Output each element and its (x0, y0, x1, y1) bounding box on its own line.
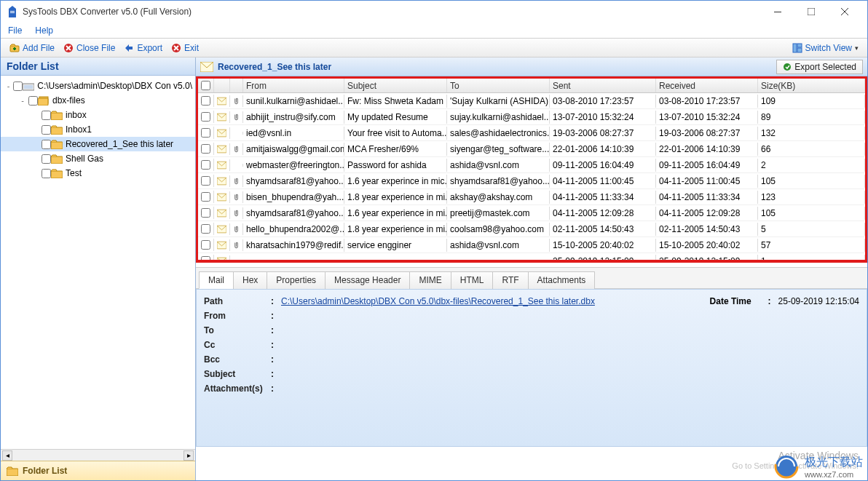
expander-icon[interactable]: - (18, 96, 27, 105)
cell-received: 13-07-2010 15:32:24 (656, 111, 758, 124)
tree-checkbox[interactable] (13, 82, 23, 91)
svg-rect-1 (808, 8, 815, 15)
cell-to: ashida@vsnl.com (447, 239, 550, 252)
cell-received: 19-03-2006 08:27:37 (656, 127, 758, 140)
tab-mime[interactable]: MIME (409, 271, 451, 289)
add-file-button[interactable]: Add File (5, 41, 59, 55)
select-all-checkbox[interactable] (201, 81, 210, 90)
svg-rect-17 (7, 469, 18, 476)
row-checkbox[interactable] (201, 240, 210, 250)
expander-icon[interactable] (31, 140, 40, 148)
table-body[interactable]: sunil.kulkarni@ashidael...Fw: Miss Shwet… (198, 93, 865, 260)
tab-message-header[interactable]: Message Header (325, 271, 410, 289)
row-checkbox[interactable] (201, 256, 210, 260)
tree-checkbox[interactable] (28, 96, 38, 106)
expander-icon[interactable] (31, 169, 40, 178)
exit-button[interactable]: Exit (167, 41, 203, 55)
cell-received: 25-09-2019 12:15:09 (656, 255, 758, 261)
expander-icon[interactable] (31, 125, 40, 134)
tree-node[interactable]: Recovered_1_See this later (1, 137, 195, 151)
tab-properties[interactable]: Properties (267, 271, 326, 289)
tab-attachments[interactable]: Attachments (528, 271, 596, 289)
tab-hex[interactable]: Hex (233, 271, 267, 289)
tree-checkbox[interactable] (42, 125, 51, 135)
tree-label: dbx-files (52, 95, 85, 106)
tab-mail[interactable]: Mail (199, 271, 234, 289)
folder-icon (51, 169, 63, 178)
tree-checkbox[interactable] (42, 140, 51, 149)
tree-checkbox[interactable] (42, 111, 51, 120)
table-row[interactable]: hello_bhupendra2002@...1.8 year experien… (198, 221, 865, 237)
cell-size: 89 (758, 111, 865, 124)
folder-icon (23, 82, 34, 91)
table-row[interactable]: ied@vsnl.inYour free visit to Automa...s… (198, 125, 865, 141)
row-checkbox[interactable] (201, 96, 210, 106)
tree-node[interactable]: -C:\Users\admin\Desktop\DBX Con v5.0\ (1, 79, 195, 93)
path-link[interactable]: C:\Users\admin\Desktop\DBX Con v5.0\dbx-… (281, 296, 595, 306)
table-row[interactable]: abhijit_instru@sify.comMy updated Resume… (198, 109, 865, 125)
tab-rtf[interactable]: RTF (492, 271, 528, 289)
scroll-left-icon[interactable]: ◂ (2, 450, 12, 461)
row-checkbox[interactable] (201, 192, 210, 202)
table-row[interactable]: sunil.kulkarni@ashidael...Fw: Miss Shwet… (198, 93, 865, 109)
export-icon (124, 43, 134, 53)
tree-node[interactable]: inbox (1, 108, 195, 122)
app-icon (7, 6, 18, 17)
tab-html[interactable]: HTML (451, 271, 494, 289)
tree-checkbox[interactable] (42, 154, 51, 164)
expander-icon[interactable] (31, 154, 40, 163)
col-from[interactable]: From (243, 79, 344, 92)
row-checkbox[interactable] (201, 160, 210, 170)
expander-icon[interactable] (31, 111, 40, 119)
row-checkbox[interactable] (201, 176, 210, 186)
table-row[interactable]: kharatsachin1979@redif...service enggine… (198, 237, 865, 253)
cell-sent: 04-11-2005 12:09:28 (550, 207, 656, 220)
menu-help[interactable]: Help (35, 25, 53, 36)
minimize-button[interactable] (761, 1, 794, 23)
table-row[interactable]: amitjaiswalgg@gmail.comMCA Fresher/69%si… (198, 141, 865, 157)
tree-node[interactable]: Inbox1 (1, 122, 195, 137)
activate-line2: Go to Settings to activate Windows. (205, 461, 859, 470)
tree-checkbox[interactable] (42, 169, 51, 178)
cell-subject: 1.6 year experince in mic... (344, 175, 447, 188)
svg-rect-16 (51, 171, 63, 178)
col-to[interactable]: To (447, 79, 550, 92)
switch-view-button[interactable]: Switch View ▾ (788, 41, 863, 55)
tree-node[interactable]: Test (1, 166, 195, 180)
col-size[interactable]: Size(KB) (758, 79, 865, 92)
row-checkbox[interactable] (201, 224, 210, 234)
mail-icon (214, 191, 230, 203)
cell-to: akshay@akshay.com (447, 191, 550, 204)
menu-file[interactable]: File (8, 25, 22, 36)
row-checkbox[interactable] (201, 208, 210, 218)
col-received[interactable]: Received (656, 79, 758, 92)
tree-node[interactable]: Shell Gas (1, 151, 195, 166)
cell-received: 22-01-2006 14:10:39 (656, 143, 758, 156)
table-row[interactable]: 25-09-2019 12:15:0925-09-2019 12:15:091 (198, 253, 865, 260)
table-row[interactable]: shyamdsaraf81@yahoo...1.6 year experince… (198, 173, 865, 189)
table-row[interactable]: shyamdsaraf81@yahoo...1.6 year experienc… (198, 205, 865, 221)
svg-point-19 (784, 63, 791, 71)
close-button[interactable] (828, 1, 861, 23)
maximize-button[interactable] (794, 1, 828, 23)
col-sent[interactable]: Sent (550, 79, 656, 92)
col-checkbox[interactable] (198, 79, 214, 92)
row-checkbox[interactable] (201, 144, 210, 154)
close-file-button[interactable]: Close File (59, 41, 119, 55)
tree-node[interactable]: -dbx-files (1, 93, 195, 108)
scroll-right-icon[interactable]: ▸ (184, 450, 194, 461)
expander-icon[interactable]: - (5, 82, 12, 90)
folder-tree[interactable]: -C:\Users\admin\Desktop\DBX Con v5.0\-db… (1, 76, 195, 449)
cell-sent: 03-08-2010 17:23:57 (550, 95, 656, 108)
row-checkbox[interactable] (201, 128, 210, 138)
col-subject[interactable]: Subject (344, 79, 447, 92)
sidebar-scrollbar[interactable]: ◂ ▸ (1, 449, 195, 461)
export-selected-button[interactable]: Export Selected (776, 60, 863, 74)
export-button[interactable]: Export (119, 41, 167, 55)
sidebar-footer-tab[interactable]: Folder List (1, 461, 195, 480)
row-checkbox[interactable] (201, 112, 210, 122)
table-row[interactable]: webmaster@freerington...Password for ash… (198, 157, 865, 173)
mail-icon (214, 255, 230, 261)
bcc-label: Bcc (204, 354, 271, 365)
table-row[interactable]: bisen_bhupendra@yah...1.8 year experienc… (198, 189, 865, 205)
